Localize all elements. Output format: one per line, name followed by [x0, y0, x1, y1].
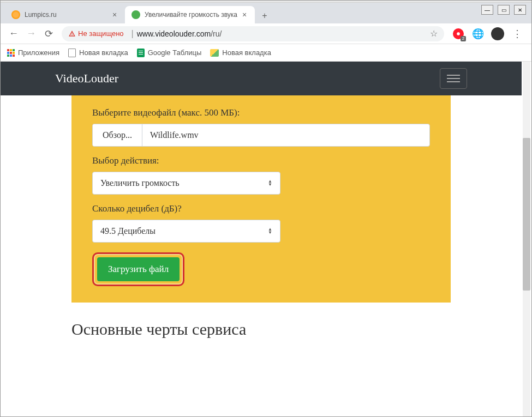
select-arrows-icon: ▲▼: [268, 180, 272, 186]
address-separator: |: [131, 29, 134, 39]
apps-bookmark[interactable]: Приложения: [7, 49, 59, 57]
browser-tab-videolouder[interactable]: Увеличивайте громкость звука ×: [125, 6, 255, 23]
section-title: Основные черты сервиса: [71, 320, 451, 339]
new-tab-button[interactable]: +: [257, 8, 272, 23]
upload-form: Выберите видеофайл (макс. 500 МБ): Обзор…: [71, 95, 451, 303]
favicon-videolouder-icon: [131, 10, 140, 19]
tab-title: Lumpics.ru: [25, 11, 107, 19]
warning-icon: [68, 30, 76, 38]
url-text: www.videolouder.com/ru/: [137, 29, 222, 38]
reload-button[interactable]: ⟳: [41, 26, 56, 41]
browser-tab-lumpics[interactable]: Lumpics.ru ×: [5, 6, 125, 23]
address-field[interactable]: Не защищено | www.videolouder.com/ru/ ☆: [62, 26, 444, 41]
file-input-group: Обзор... Wildlife.wmv: [92, 124, 430, 147]
opera-extension-icon[interactable]: 2: [452, 27, 465, 40]
scrollbar-thumb[interactable]: [523, 138, 530, 291]
tab-strip: Lumpics.ru × Увеличивайте громкость звук…: [1, 3, 531, 23]
hamburger-menu-button[interactable]: [440, 68, 467, 89]
maximize-button[interactable]: ▭: [498, 5, 510, 15]
decibel-select[interactable]: 49.5 Децибелы ▲▼: [92, 220, 280, 243]
bookmark-label: Google Таблицы: [148, 49, 202, 57]
favicon-lumpics-icon: [11, 10, 20, 19]
page-icon: [68, 49, 76, 57]
highlight-annotation: Загрузить файл: [92, 252, 184, 286]
close-tab-button[interactable]: ×: [111, 11, 118, 19]
window-controls: — ▭ ✕: [481, 5, 526, 15]
file-label: Выберите видеофайл (макс. 500 МБ):: [92, 107, 430, 118]
close-window-button[interactable]: ✕: [514, 5, 526, 15]
security-label: Не защищено: [78, 29, 124, 38]
security-badge[interactable]: Не защищено: [68, 29, 124, 38]
profile-avatar[interactable]: [491, 27, 504, 40]
bookmarks-bar: Приложения Новая вкладка Google Таблицы …: [1, 44, 531, 62]
select-arrows-icon: ▲▼: [268, 228, 272, 234]
action-value: Увеличить громкость: [100, 178, 180, 188]
bookmark-label: Приложения: [18, 49, 59, 57]
address-bar: ← → ⟳ Не защищено | www.videolouder.com/…: [1, 23, 531, 44]
page-viewport: VideoLouder Выберите видеофайл (макс. 50…: [1, 62, 531, 417]
menu-button[interactable]: ⋮: [511, 27, 524, 40]
sheets-bookmark[interactable]: Google Таблицы: [137, 49, 202, 57]
new-tab-bookmark-2[interactable]: Новая вкладка: [210, 49, 271, 57]
site-navbar: VideoLouder: [1, 62, 522, 95]
decibel-value: 49.5 Децибелы: [100, 226, 156, 236]
opera-badge: 2: [461, 36, 466, 41]
apps-grid-icon: [7, 49, 15, 57]
action-label: Выбор действия:: [92, 155, 430, 166]
decibel-label: Сколько децибел (дБ)?: [92, 203, 430, 214]
site-brand[interactable]: VideoLouder: [55, 71, 118, 86]
upload-button[interactable]: Загрузить файл: [97, 257, 180, 281]
close-tab-button[interactable]: ×: [241, 11, 248, 19]
browser-window: — ▭ ✕ Lumpics.ru × Увеличивайте громкост…: [0, 0, 532, 417]
bookmark-label: Новая вкладка: [79, 49, 128, 57]
sheets-icon: [137, 49, 145, 57]
bookmark-label: Новая вкладка: [222, 49, 271, 57]
new-tab-bookmark[interactable]: Новая вкладка: [68, 49, 128, 57]
minimize-button[interactable]: —: [481, 5, 493, 15]
globe-icon[interactable]: 🌐: [471, 27, 485, 40]
forward-button[interactable]: →: [23, 26, 39, 41]
bookmark-star-icon[interactable]: ☆: [430, 28, 438, 39]
file-name-field[interactable]: Wildlife.wmv: [142, 124, 429, 146]
action-select[interactable]: Увеличить громкость ▲▼: [92, 172, 280, 195]
tab-title: Увеличивайте громкость звука: [145, 11, 237, 19]
browse-button[interactable]: Обзор...: [93, 124, 142, 146]
image-icon: [210, 49, 219, 57]
main-content: Выберите видеофайл (макс. 500 МБ): Обзор…: [1, 95, 531, 339]
back-button[interactable]: ←: [6, 26, 21, 41]
